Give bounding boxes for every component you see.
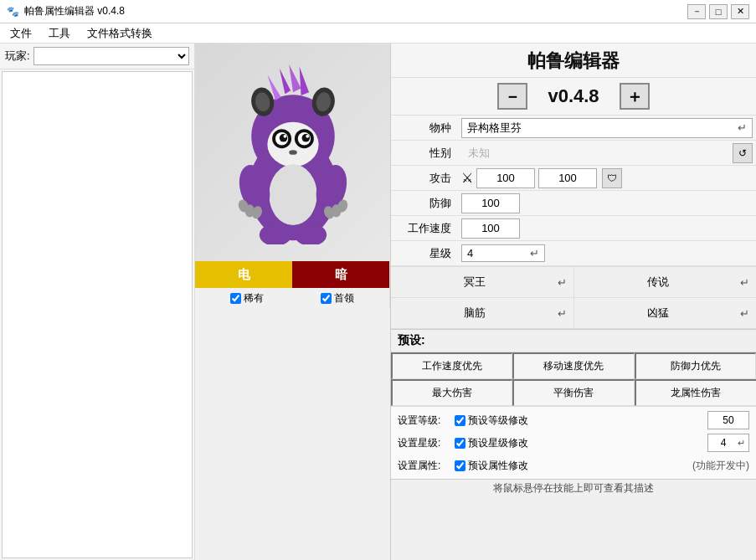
player-row: 玩家: xyxy=(0,44,194,69)
stars-setting-checkbox[interactable] xyxy=(455,438,465,449)
editor-title-section: 帕鲁编辑器 xyxy=(391,44,756,78)
preset-max-damage[interactable]: 最大伤害 xyxy=(391,379,512,406)
stars-input-area: 4 ↵ xyxy=(707,434,749,452)
attack-input2[interactable] xyxy=(538,168,597,188)
player-select[interactable] xyxy=(33,47,189,65)
type-dark: 暗 xyxy=(292,261,389,288)
rare-label: 稀有 xyxy=(244,291,264,306)
element-notice-area: (功能开发中) xyxy=(692,459,749,473)
element-checkbox-area: 预设属性修改 xyxy=(455,459,686,473)
title-bar-controls: － □ ✕ xyxy=(687,4,749,19)
defense-label: 防御 xyxy=(391,196,458,211)
passive-row2: 脑筋 ↵ 凶猛 ↵ xyxy=(391,298,756,329)
presets-label: 预设: xyxy=(391,330,756,352)
presets-btn-grid: 工作速度优先 移动速度优先 防御力优先 最大伤害 平衡伤害 龙属性伤害 xyxy=(391,352,756,407)
stars-label: 星级 xyxy=(391,246,458,261)
maximize-button[interactable]: □ xyxy=(709,4,728,19)
close-button[interactable]: ✕ xyxy=(731,4,749,19)
level-input[interactable] xyxy=(707,411,749,429)
attack-input1[interactable] xyxy=(476,168,535,188)
passive-2-left: 脑筋 ↵ xyxy=(391,298,574,328)
dev-notice: (功能开发中) xyxy=(692,459,749,473)
status-text: 将鼠标悬停在技能上即可查看其描述 xyxy=(493,482,654,494)
type-row: 电 暗 xyxy=(195,261,389,288)
plus-button[interactable]: ＋ xyxy=(620,83,650,110)
menu-format[interactable]: 文件格式转换 xyxy=(84,24,156,43)
passive-legend-arrow: ↵ xyxy=(740,276,749,289)
app-title: 帕鲁属性编辑器 v0.4.8 xyxy=(24,4,125,18)
pokemon-panel: 电 暗 稀有 首领 xyxy=(195,44,390,309)
stars-checkbox-label: 预设星级修改 xyxy=(468,436,528,450)
passive-hades-arrow: ↵ xyxy=(558,276,567,289)
boss-checkbox[interactable] xyxy=(321,293,332,304)
element-checkbox[interactable] xyxy=(455,460,465,471)
passive-1-right: 传说 ↵ xyxy=(574,267,757,297)
gender-value: 未知 xyxy=(461,144,528,162)
stars-value-area: 4 ↵ xyxy=(458,243,756,264)
svg-point-20 xyxy=(269,164,316,225)
svg-point-16 xyxy=(301,134,310,142)
sidebar: 玩家: xyxy=(0,44,195,560)
svg-marker-7 xyxy=(289,64,301,92)
species-value: 异构格里芬 xyxy=(467,121,734,136)
menu-file[interactable]: 文件 xyxy=(7,24,35,43)
preset-work-speed[interactable]: 工作速度优先 xyxy=(391,352,512,379)
work-speed-label: 工作速度 xyxy=(391,221,458,236)
editor-title: 帕鲁编辑器 xyxy=(391,49,756,74)
stars-arrow-icon: ↵ xyxy=(530,247,539,259)
passive-fierce-arrow: ↵ xyxy=(740,307,749,320)
level-input-area xyxy=(707,411,749,429)
boss-checkbox-label[interactable]: 首领 xyxy=(321,291,354,306)
title-bar: 🐾 帕鲁属性编辑器 v0.4.8 － □ ✕ xyxy=(0,0,756,23)
preset-move-speed[interactable]: 移动速度优先 xyxy=(512,352,634,379)
passive-row1: 冥王 ↵ 传说 ↵ xyxy=(391,267,756,298)
status-bar: 将鼠标悬停在技能上即可查看其描述 xyxy=(391,479,756,497)
work-speed-input[interactable] xyxy=(461,218,520,239)
species-value-area: 异构格里芬 ↵ xyxy=(458,116,756,140)
attack-sword-icon: ⚔ xyxy=(461,170,473,186)
minimize-button[interactable]: － xyxy=(687,4,706,19)
stars-setting-value: 4 xyxy=(712,437,735,449)
rare-checkbox-label[interactable]: 稀有 xyxy=(230,291,264,306)
pokemon-column: 电 暗 稀有 首领 xyxy=(195,44,390,560)
stars-row: 星级 4 ↵ xyxy=(391,241,756,266)
defense-value-area xyxy=(458,192,756,215)
level-setting-row: 设置等级: 预设等级修改 xyxy=(398,410,749,430)
preset-balanced[interactable]: 平衡伤害 xyxy=(512,379,634,406)
version-row: － v0.4.8 ＋ xyxy=(391,78,756,116)
svg-point-19 xyxy=(289,150,297,155)
preset-dragon[interactable]: 龙属性伤害 xyxy=(635,379,756,406)
passive-muscle-name: 脑筋 xyxy=(398,306,553,321)
stars-setting-label: 设置星级: xyxy=(398,436,448,450)
svg-marker-8 xyxy=(299,67,308,95)
attack-lock-btn[interactable]: 🛡 xyxy=(602,168,622,188)
version-text: v0.4.8 xyxy=(527,85,619,107)
work-speed-row: 工作速度 xyxy=(391,216,756,241)
app-icon: 🐾 xyxy=(7,6,19,18)
presets-section: 预设: 工作速度优先 移动速度优先 防御力优先 最大伤害 平衡伤害 龙属性伤害 … xyxy=(391,329,756,479)
attack-label: 攻击 xyxy=(391,171,458,186)
stats-grid: 物种 异构格里芬 ↵ 性别 未知 ↺ xyxy=(391,116,756,267)
stars-checkbox-area: 预设星级修改 xyxy=(455,436,701,450)
preset-defense[interactable]: 防御力优先 xyxy=(635,352,756,379)
minus-button[interactable]: － xyxy=(497,83,527,110)
gender-refresh-btn[interactable]: ↺ xyxy=(733,143,753,163)
defense-input[interactable] xyxy=(461,193,520,213)
menu-tools[interactable]: 工具 xyxy=(45,24,74,43)
checkbox-row: 稀有 首领 xyxy=(195,288,389,309)
player-label: 玩家: xyxy=(5,49,30,64)
passive-fierce-name: 凶猛 xyxy=(581,306,736,321)
species-arrow: ↵ xyxy=(738,121,747,134)
rare-checkbox[interactable] xyxy=(230,293,241,304)
editor-column: 帕鲁编辑器 － v0.4.8 ＋ 物种 异构格里芬 xyxy=(390,44,756,560)
pokemon-image-area xyxy=(195,44,390,261)
menu-bar: 文件 工具 文件格式转换 xyxy=(0,23,756,44)
svg-point-17 xyxy=(283,135,286,138)
boss-label: 首领 xyxy=(334,291,354,306)
level-checkbox[interactable] xyxy=(455,415,465,426)
passive-legend-name: 传说 xyxy=(581,275,736,290)
sidebar-list[interactable] xyxy=(2,71,193,558)
main-layout: 玩家: xyxy=(0,44,756,560)
pokemon-sprite xyxy=(209,60,377,244)
gender-label: 性别 xyxy=(391,146,458,161)
